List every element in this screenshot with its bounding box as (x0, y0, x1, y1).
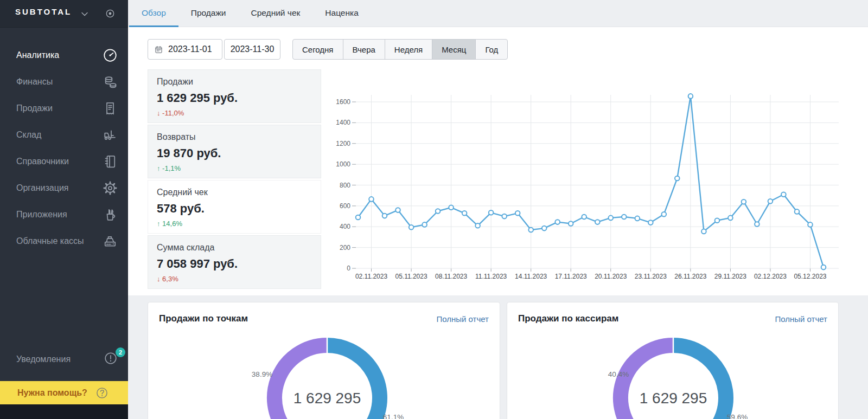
sidebar-item-sales[interactable]: Продажи (0, 95, 128, 121)
sidebar-item-label: Организация (16, 183, 69, 193)
help-button[interactable]: Нужна помощь? (0, 381, 128, 404)
tab-label: Средний чек (251, 8, 301, 18)
chart-point[interactable] (395, 208, 400, 212)
chart-point[interactable] (515, 211, 520, 216)
chart-point[interactable] (609, 216, 614, 221)
donut-slice-label: 38.9% (252, 370, 272, 378)
chart-point[interactable] (356, 215, 361, 220)
svg-text:1600: 1600 (336, 98, 350, 106)
date-from-field[interactable] (148, 39, 222, 60)
sidebar-item-cloud-registers[interactable]: Облачные кассы (0, 228, 128, 254)
chart-point[interactable] (436, 209, 441, 214)
chart-point[interactable] (821, 265, 826, 270)
range-button-yesterday[interactable]: Вчера (343, 39, 385, 60)
chart-point[interactable] (755, 222, 760, 227)
sidebar-item-organization[interactable]: Организация (0, 175, 128, 201)
gauge-icon (102, 47, 118, 63)
receipt-icon (102, 100, 118, 117)
sidebar-item-directories[interactable]: Справочники (0, 148, 128, 175)
tab-overview[interactable]: Обзор (129, 0, 178, 27)
stat-delta: ↓ -11,0% (157, 109, 312, 117)
sidebar-item-label: Финансы (16, 77, 53, 87)
range-button-today[interactable]: Сегодня (292, 39, 343, 60)
coins-icon (102, 74, 118, 90)
chart-point[interactable] (701, 229, 706, 234)
donut-slice-label: 61.1% (383, 413, 404, 419)
chart-point[interactable] (502, 214, 507, 219)
svg-text:200: 200 (340, 244, 350, 252)
chart-point[interactable] (595, 220, 600, 224)
sidebar-item-warehouse[interactable]: Склад (0, 121, 128, 148)
sidebar-item-analytics[interactable]: Аналитика (0, 42, 128, 68)
chart-point[interactable] (768, 199, 773, 204)
chart-point[interactable] (555, 220, 560, 224)
sidebar-item-label: Облачные кассы (16, 236, 84, 246)
chart-point[interactable] (742, 199, 746, 204)
chevron-down-icon[interactable] (78, 8, 91, 21)
notebook-icon (102, 153, 118, 170)
chart-point[interactable] (648, 220, 653, 225)
donut-slice-purple[interactable] (621, 345, 673, 419)
donut-slice-label: 40.4% (608, 370, 629, 378)
chart-point[interactable] (528, 228, 533, 233)
chart-point[interactable] (808, 222, 813, 227)
stat-card-returns[interactable]: Возвраты19 870 руб.↑ -1,1% (148, 125, 321, 178)
donut-slice-purple[interactable] (275, 345, 327, 419)
reports-section: Продажи по точкам Полный отчет 1 629 295… (128, 295, 868, 419)
sidebar: SUBTOTAL АналитикаФинансыПродажиСкладСпр… (0, 0, 128, 419)
chart-point[interactable] (489, 210, 494, 215)
sidebar-item-notifications[interactable]: Уведомления2 (0, 346, 128, 372)
stat-title: Возвраты (157, 132, 312, 142)
donut-slice-label: 59.6% (727, 413, 748, 419)
chart-point[interactable] (795, 209, 800, 214)
svg-text:08.11.2023: 08.11.2023 (435, 273, 467, 280)
target-icon[interactable] (104, 8, 116, 20)
chart-point[interactable] (688, 94, 693, 99)
stat-delta: ↑ -1,1% (157, 164, 312, 172)
svg-text:0: 0 (347, 265, 350, 272)
chart-point[interactable] (422, 222, 427, 227)
date-to-field[interactable] (224, 39, 280, 60)
full-report-link[interactable]: Полный отчет (775, 314, 827, 324)
chart-point[interactable] (542, 226, 547, 231)
chart-point[interactable] (475, 223, 480, 228)
chart-point[interactable] (582, 215, 586, 220)
chart-point[interactable] (409, 225, 414, 230)
date-from-input[interactable] (168, 44, 216, 54)
range-button-week[interactable]: Неделя (385, 39, 432, 60)
tab-average-check[interactable]: Средний чек (239, 0, 313, 27)
sidebar-item-finances[interactable]: Финансы (0, 68, 128, 95)
report-card-sales-by-outlet: Продажи по точкам Полный отчет 1 629 295… (148, 302, 500, 419)
stat-card-sales[interactable]: Продажи1 629 295 руб.↓ -11,0% (148, 69, 321, 123)
range-button-year[interactable]: Год (475, 39, 508, 60)
tab-markup[interactable]: Наценка (312, 0, 371, 27)
stat-title: Средний чек (157, 188, 312, 197)
stat-card-stock-total[interactable]: Сумма склада7 058 997 руб.↓ 6,3% (148, 235, 321, 289)
chart-point[interactable] (622, 215, 627, 220)
chart-point[interactable] (728, 216, 733, 221)
tab-sales[interactable]: Продажи (178, 0, 239, 27)
chart-point[interactable] (569, 221, 573, 226)
chart-point[interactable] (715, 218, 720, 223)
chart-point[interactable] (449, 205, 454, 210)
date-to-input[interactable] (228, 44, 276, 54)
chart-point[interactable] (462, 211, 467, 216)
svg-text:1200: 1200 (336, 140, 350, 147)
chart-point[interactable] (635, 216, 640, 221)
donut-center-value: 1 629 295 (640, 390, 707, 407)
chart-point[interactable] (662, 212, 667, 217)
chart-point[interactable] (781, 192, 786, 197)
sidebar-header: SUBTOTAL (0, 0, 128, 28)
sidebar-item-applications[interactable]: Приложения (0, 201, 128, 228)
svg-text:17.11.2023: 17.11.2023 (555, 273, 587, 280)
range-button-month[interactable]: Месяц (432, 39, 476, 60)
chart-point[interactable] (382, 214, 387, 218)
full-report-link[interactable]: Полный отчет (436, 314, 489, 324)
stat-card-average-check[interactable]: Средний чек578 руб.↑ 14,6% (148, 180, 321, 234)
stat-value: 19 870 руб. (157, 146, 312, 160)
sidebar-item-label: Склад (16, 130, 41, 140)
app-root: SUBTOTAL АналитикаФинансыПродажиСкладСпр… (0, 0, 868, 419)
chart-point[interactable] (369, 197, 374, 202)
chart-point[interactable] (675, 176, 680, 181)
sidebar-item-label: Продажи (16, 104, 53, 113)
